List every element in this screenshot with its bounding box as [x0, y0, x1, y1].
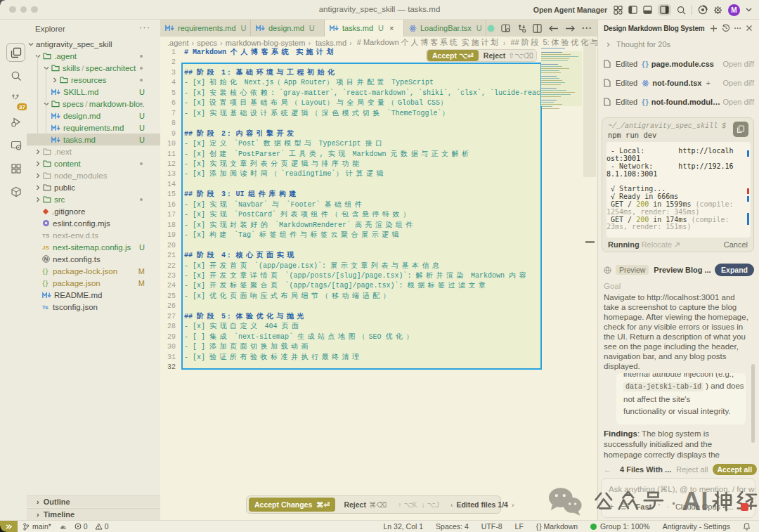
svg-text:JS: JS	[42, 245, 49, 251]
svg-text:N: N	[44, 256, 48, 262]
svg-text:{ }: { }	[43, 268, 48, 275]
svg-text:Ts: Ts	[42, 304, 48, 311]
svg-text:{ }: { }	[43, 280, 48, 287]
svg-text:TS: TS	[42, 233, 50, 239]
